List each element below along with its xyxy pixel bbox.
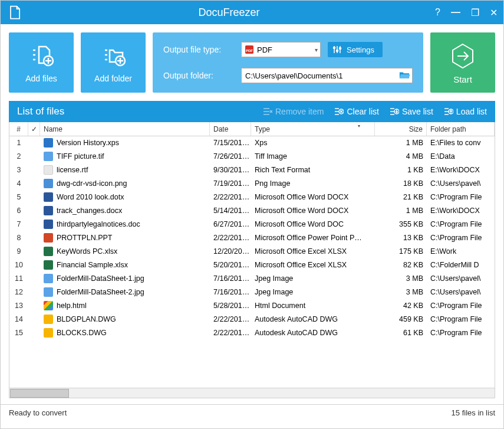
cell-type: Png Image [251, 179, 375, 188]
table-row[interactable]: 14 BLDGPLAN.DWG 2/22/201… Autodesk AutoC… [9, 313, 495, 326]
settings-button[interactable]: Settings [328, 42, 383, 57]
cell-size: 3 MB [375, 274, 427, 283]
sort-indicator-icon: ▾ [358, 123, 360, 129]
table-row[interactable]: 9 KeyWords PC.xlsx 12/20/20… Microsoft O… [9, 245, 495, 258]
cell-name: license.rtf [40, 165, 210, 175]
remove-item-button[interactable]: Remove item [263, 107, 324, 116]
column-header-path[interactable]: Folder path [427, 122, 495, 136]
cell-name: track_changes.docx [40, 206, 210, 215]
cell-name: FolderMill-DataSheet-2.jpg [40, 287, 210, 297]
column-header-date[interactable]: Date [210, 122, 251, 136]
cell-number: 6 [9, 207, 28, 215]
column-header-name[interactable]: Name [40, 122, 210, 136]
file-name: BLDGPLAN.DWG [57, 315, 116, 323]
file-type-icon [44, 315, 53, 324]
cell-date: 5/14/201… [210, 207, 251, 215]
clear-list-button[interactable]: Clear list [334, 107, 378, 116]
table-row[interactable]: 6 track_changes.docx 5/14/201… Microsoft… [9, 204, 495, 218]
cell-date: 9/30/201… [210, 166, 251, 174]
table-row[interactable]: 1 Version History.xps 7/15/201… Xps 1 MB… [9, 136, 495, 150]
grid-body: 1 Version History.xps 7/15/201… Xps 1 MB… [9, 136, 495, 340]
titlebar: DocuFreezer ? — ❐ ✕ [1, 1, 503, 24]
svg-text:PDF: PDF [246, 48, 253, 53]
save-list-button[interactable]: Save list [390, 107, 433, 116]
cell-number: 4 [9, 179, 28, 188]
cell-name: Version History.xps [40, 138, 210, 148]
output-type-select[interactable]: PDF PDF ▾ [241, 42, 321, 57]
column-header-check[interactable]: ✓ [28, 122, 40, 136]
chevron-down-icon: ▾ [315, 47, 318, 53]
cell-path: E:\Work\DOCX [427, 166, 495, 174]
cell-type: Autodesk AutoCAD DWG [251, 329, 375, 337]
table-row[interactable]: 15 BLOCKS.DWG 2/22/201… Autodesk AutoCAD… [9, 326, 495, 340]
table-row[interactable]: 4 dwg-cdr-vsd-icon.png 7/19/201… Png Ima… [9, 177, 495, 191]
cell-path: C:\Users\pavel\ [427, 288, 495, 296]
status-right: 15 files in list [452, 408, 495, 417]
file-type-icon [44, 179, 53, 188]
file-name: Version History.xps [57, 139, 119, 147]
cell-date: 5/20/201… [210, 261, 251, 269]
cell-number: 10 [9, 261, 28, 269]
cell-name: BLDGPLAN.DWG [40, 315, 210, 324]
output-folder-input[interactable]: C:\Users\pavel\Documents\1 [241, 68, 413, 83]
list-title: List of files [17, 106, 64, 117]
cell-date: 2/22/201… [210, 329, 251, 337]
load-icon [444, 107, 453, 116]
cell-size: 82 KB [375, 261, 427, 269]
cell-date: 7/16/201… [210, 274, 251, 283]
browse-folder-icon[interactable] [399, 70, 410, 81]
column-header-size[interactable]: Size [375, 122, 427, 136]
table-row[interactable]: 13 help.html 5/28/201… Html Document 42 … [9, 299, 495, 313]
close-icon[interactable]: ✕ [490, 7, 498, 18]
cell-type: Jpeg Image [251, 274, 375, 283]
cell-name: BLOCKS.DWG [40, 328, 210, 338]
cell-type: Rich Text Format [251, 166, 375, 174]
clear-icon [334, 107, 344, 116]
horizontal-scrollbar[interactable] [9, 388, 495, 398]
status-left: Ready to convert [9, 408, 67, 417]
minimize-icon[interactable]: — [451, 7, 460, 18]
add-folder-button[interactable]: Add folder [81, 32, 146, 93]
settings-label: Settings [347, 45, 374, 54]
table-row[interactable]: 10 Financial Sample.xlsx 5/20/201… Micro… [9, 258, 495, 272]
table-row[interactable]: 11 FolderMill-DataSheet-1.jpg 7/16/201… … [9, 272, 495, 286]
cell-type: Microsoft Office Word DOCX [251, 207, 375, 215]
file-name: track_changes.docx [57, 207, 122, 215]
file-name: TIFF picture.tif [57, 152, 104, 161]
help-icon[interactable]: ? [435, 7, 440, 18]
start-button[interactable]: Start [430, 32, 495, 93]
cell-name: PROTTPLN.PPT [40, 233, 210, 243]
cell-type: Microsoft Office Excel XLSX [251, 261, 375, 269]
cell-type: Xps [251, 139, 375, 147]
cell-number: 11 [9, 274, 28, 283]
config-panel: Output file type: PDF PDF ▾ Settings Out… [153, 32, 423, 93]
table-row[interactable]: 3 license.rtf 9/30/201… Rich Text Format… [9, 163, 495, 177]
table-row[interactable]: 5 Word 2010 look.dotx 2/22/201… Microsof… [9, 191, 495, 204]
cell-date: 7/26/201… [210, 152, 251, 161]
cell-size: 18 KB [375, 179, 427, 188]
table-row[interactable]: 12 FolderMill-DataSheet-2.jpg 7/16/201… … [9, 286, 495, 299]
save-icon [390, 107, 399, 116]
add-files-button[interactable]: Add files [9, 32, 74, 93]
statusbar: Ready to convert 15 files in list [1, 404, 503, 421]
cell-size: 1 MB [375, 207, 427, 215]
file-type-icon [44, 138, 53, 148]
file-name: PROTTPLN.PPT [57, 234, 112, 242]
file-name: Financial Sample.xlsx [57, 261, 128, 269]
maximize-icon[interactable]: ❐ [471, 7, 479, 18]
table-row[interactable]: 2 TIFF picture.tif 7/26/201… Tiff Image … [9, 150, 495, 163]
cell-path: C:\Program File [427, 302, 495, 310]
scrollbar-thumb[interactable] [10, 389, 69, 398]
table-row[interactable]: 8 PROTTPLN.PPT 2/22/201… Microsoft Offic… [9, 231, 495, 245]
load-list-button[interactable]: Load list [444, 107, 487, 116]
column-header-number[interactable]: # [9, 122, 28, 136]
file-type-icon [44, 206, 53, 215]
cell-type: Jpeg Image [251, 288, 375, 296]
cell-size: 355 KB [375, 220, 427, 228]
cell-size: 175 KB [375, 247, 427, 256]
table-row[interactable]: 7 thirdpartylegalnotices.doc 6/27/201… M… [9, 218, 495, 231]
file-name: FolderMill-DataSheet-1.jpg [57, 274, 144, 283]
column-header-type[interactable]: Type▾ [251, 122, 375, 136]
cell-path: C:\Program File [427, 234, 495, 242]
cell-number: 9 [9, 247, 28, 256]
